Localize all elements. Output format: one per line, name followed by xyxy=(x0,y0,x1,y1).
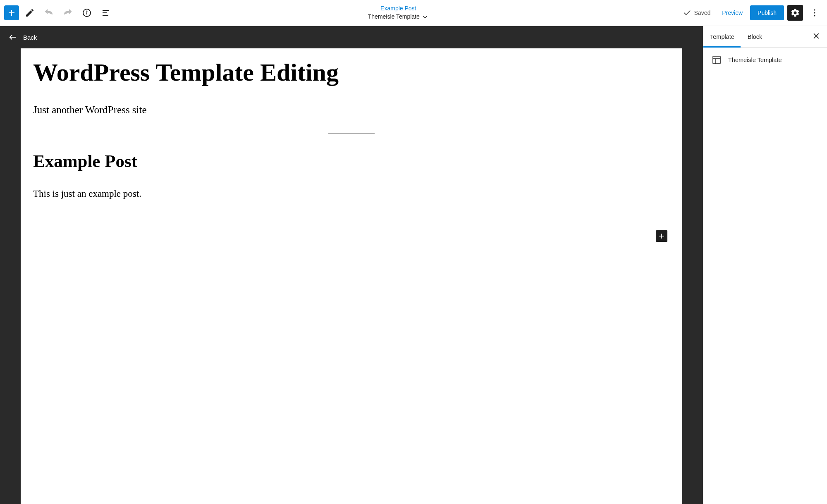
chevron-down-icon xyxy=(421,13,429,21)
editor-canvas[interactable]: WordPress Template Editing Just another … xyxy=(21,48,682,504)
back-button[interactable]: Back xyxy=(0,26,703,48)
more-options-button[interactable] xyxy=(806,5,823,21)
svg-point-10 xyxy=(814,15,815,16)
topbar: Example Post Themeisle Template Saved Pr… xyxy=(0,0,827,26)
canvas-outer: WordPress Template Editing Just another … xyxy=(0,48,703,504)
active-tab-indicator xyxy=(703,46,741,48)
details-button[interactable] xyxy=(79,5,95,21)
plus-icon xyxy=(7,8,17,18)
gear-icon xyxy=(790,8,800,18)
post-title-link[interactable]: Example Post xyxy=(380,5,416,13)
preview-button[interactable]: Preview xyxy=(718,10,747,16)
tab-template[interactable]: Template xyxy=(703,26,741,47)
site-title[interactable]: WordPress Template Editing xyxy=(33,58,670,87)
add-block-button[interactable] xyxy=(4,5,19,20)
redo-icon xyxy=(63,8,73,18)
svg-point-4 xyxy=(87,11,87,12)
back-label: Back xyxy=(23,34,37,41)
undo-button[interactable] xyxy=(41,5,57,21)
undo-icon xyxy=(44,8,54,18)
dots-vertical-icon xyxy=(810,8,820,18)
settings-button[interactable] xyxy=(787,5,803,21)
main: Back WordPress Template Editing Just ano… xyxy=(0,26,827,504)
template-selector[interactable]: Themeisle Template xyxy=(368,13,429,21)
svg-point-9 xyxy=(814,12,815,13)
pencil-icon xyxy=(25,8,35,18)
close-sidebar-button[interactable] xyxy=(805,32,827,42)
sidebar-tabs: Template Block xyxy=(703,26,827,48)
append-block-button[interactable] xyxy=(656,230,667,242)
layout-icon xyxy=(712,55,722,65)
svg-rect-16 xyxy=(713,56,720,64)
post-body[interactable]: This is just an example post. xyxy=(33,189,670,199)
tab-block[interactable]: Block xyxy=(741,26,769,47)
check-icon xyxy=(683,8,692,17)
info-icon xyxy=(82,8,92,18)
template-info-row[interactable]: Themeisle Template xyxy=(703,48,827,72)
svg-point-8 xyxy=(814,9,815,10)
saved-indicator: Saved xyxy=(683,8,711,17)
template-selector-label: Themeisle Template xyxy=(368,13,420,21)
site-tagline[interactable]: Just another WordPress site xyxy=(33,104,670,116)
arrow-left-icon xyxy=(8,33,17,42)
list-view-button[interactable] xyxy=(98,5,114,21)
close-icon xyxy=(812,32,820,40)
settings-sidebar: Template Block Themeisle Template xyxy=(703,26,827,504)
topbar-center: Example Post Themeisle Template xyxy=(114,5,683,21)
publish-button[interactable]: Publish xyxy=(750,5,784,20)
post-heading[interactable]: Example Post xyxy=(33,151,670,171)
topbar-left xyxy=(4,5,114,21)
saved-label: Saved xyxy=(694,10,711,16)
plus-icon xyxy=(657,232,666,240)
topbar-right: Saved Preview Publish xyxy=(683,5,823,21)
separator[interactable] xyxy=(328,133,375,134)
editor-area: Back WordPress Template Editing Just ano… xyxy=(0,26,703,504)
outline-icon xyxy=(101,8,111,18)
redo-button[interactable] xyxy=(60,5,76,21)
template-info-label: Themeisle Template xyxy=(728,57,782,63)
edit-mode-button[interactable] xyxy=(22,5,38,21)
